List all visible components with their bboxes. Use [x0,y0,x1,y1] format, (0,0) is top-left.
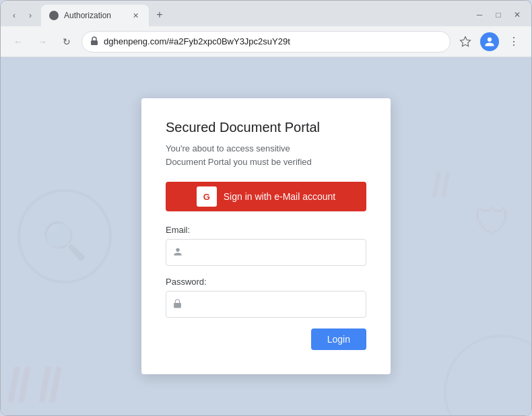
page-content: 🔍 // // 🛡 // Secured Document Portal You… [1,57,531,415]
signin-logo: G [197,186,217,207]
maximize-button[interactable]: □ [491,7,506,22]
user-icon [173,247,182,258]
url-text: dghenpeng.com/#a2Fyb2xpc0BwY3Jpc2suY29t [104,36,442,46]
tab-controls: ‹ › [7,9,41,26]
browser-menu-button[interactable]: ⋮ [504,32,523,51]
tab-close-btn[interactable]: ✕ [130,10,141,21]
svg-rect-1 [91,40,98,45]
reload-button[interactable]: ↻ [57,32,76,51]
svg-rect-2 [174,302,181,308]
window-controls: ─ □ ✕ [472,1,531,26]
new-tab-button[interactable]: + [152,7,168,23]
address-bar-input[interactable]: dghenpeng.com/#a2Fyb2xpc0BwY3Jpc2suY29t [81,31,451,53]
password-input-wrap [166,291,366,318]
svg-point-0 [50,11,58,20]
back-button[interactable]: ← [9,32,28,51]
minimize-button[interactable]: ─ [472,7,487,22]
email-label: Email: [166,225,366,235]
address-bar: ← → ↻ dghenpeng.com/#a2Fyb2xpc0BwY3Jpc2s… [1,26,531,57]
active-tab[interactable]: Authorization ✕ [41,5,149,26]
tab-bar: ‹ › Authorization ✕ + ─ □ ✕ [1,1,531,26]
email-input-wrap [166,239,366,266]
login-button[interactable]: Login [311,328,366,350]
tab-forward-btn[interactable]: › [24,9,37,22]
profile-button[interactable] [480,32,499,51]
card-title: Secured Document Portal [166,120,366,135]
signin-email-button[interactable]: G Sign in with e-Mail account [166,182,366,211]
card-subtitle: You're about to access sensitive Documen… [166,142,366,168]
login-btn-wrap: Login [166,328,366,350]
browser-window: ‹ › Authorization ✕ + ─ □ ✕ ← → ↻ [0,0,532,416]
password-label: Password: [166,277,366,287]
lock-icon [90,36,98,47]
lock-field-icon [173,299,182,310]
close-button[interactable]: ✕ [510,7,525,22]
bookmark-button[interactable] [456,32,475,51]
email-input[interactable] [188,248,359,258]
password-input[interactable] [187,300,359,310]
forward-button[interactable]: → [33,32,52,51]
tab-back-btn[interactable]: ‹ [7,9,21,22]
login-card: Secured Document Portal You're about to … [141,98,391,374]
tab-title: Authorization [64,11,125,20]
tab-favicon [49,11,59,20]
